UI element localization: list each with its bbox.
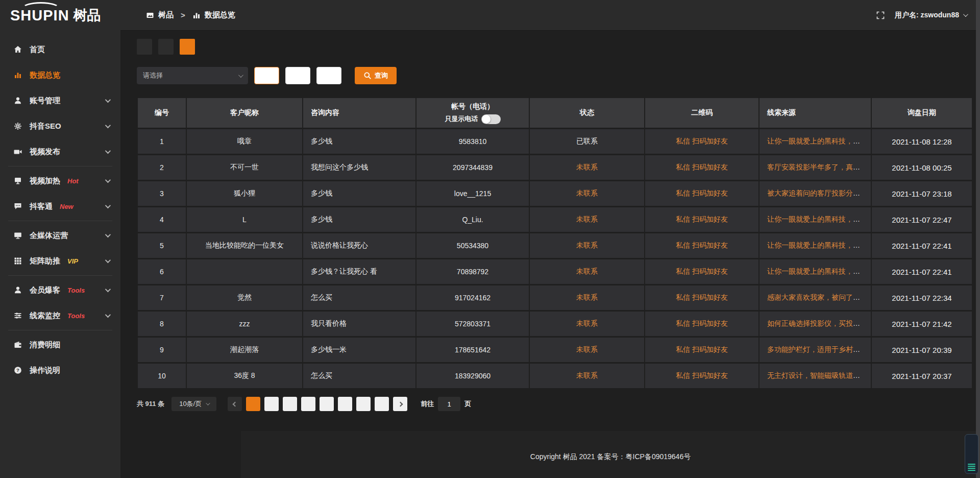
prev-page-button[interactable] <box>228 397 242 411</box>
status-badge: 未联系 <box>576 215 598 223</box>
page-button[interactable] <box>283 397 297 411</box>
sidebar-item[interactable]: 数据总览 <box>0 62 120 88</box>
page-button[interactable] <box>246 397 260 411</box>
source-link[interactable]: 感谢大家喜欢我家，被问了好... <box>767 293 866 301</box>
account-select[interactable]: 请选择 <box>137 67 248 84</box>
source-link[interactable]: 让你一眼就爱上的黑科技，能... <box>767 267 866 275</box>
chevron-down-icon <box>105 123 111 128</box>
page-button[interactable] <box>338 397 352 411</box>
source-link[interactable]: 如何正确选择投影仪，买投影... <box>767 319 866 327</box>
status-badge: 未联系 <box>576 293 598 301</box>
qrcode-link[interactable]: 私信 扫码加好友 <box>676 293 728 301</box>
cell-qrcode: 私信 扫码加好友 <box>645 207 758 232</box>
cell-status: 未联系 <box>530 259 644 284</box>
sidebar-item[interactable]: 线索监控 Tools <box>0 303 120 328</box>
source-link[interactable]: 无主灯设计，智能磁吸轨道灯... <box>767 371 866 379</box>
goto-page-input[interactable] <box>438 397 460 411</box>
search-button[interactable]: 查询 <box>355 67 397 84</box>
sidebar-item[interactable]: 消费明细 <box>0 332 120 357</box>
sidebar-item-label: 数据总览 <box>30 70 60 80</box>
phone-only-toggle[interactable] <box>481 114 501 124</box>
cell-no: 10 <box>138 364 186 388</box>
cell-nickname: 不可一世 <box>187 155 302 180</box>
page-button[interactable] <box>375 397 389 411</box>
period-button[interactable] <box>254 67 279 84</box>
data-tab[interactable] <box>180 39 195 55</box>
fullscreen-icon[interactable] <box>876 11 885 19</box>
period-button[interactable] <box>285 67 310 84</box>
cell-nickname <box>187 259 302 284</box>
cell-qrcode: 私信 扫码加好友 <box>645 364 758 388</box>
data-tab[interactable] <box>158 39 174 55</box>
col-header-nickname: 客户昵称 <box>187 98 302 128</box>
username-label: 用户名: zswodun88 <box>895 11 959 20</box>
source-link[interactable]: 让你一眼就爱上的黑科技，能... <box>767 241 866 249</box>
cell-status: 未联系 <box>530 155 644 180</box>
breadcrumb-item-home[interactable]: 树品 <box>158 10 174 20</box>
cell-no: 9 <box>138 338 186 362</box>
qrcode-link[interactable]: 私信 扫码加好友 <box>676 215 728 223</box>
sidebar-item-label: 消费明细 <box>30 340 60 350</box>
sidebar-item[interactable]: 抖客通 New <box>0 194 120 219</box>
chevron-down-icon <box>105 312 111 318</box>
sidebar-item[interactable]: 全媒体运营 <box>0 223 120 248</box>
cell-content: 多少钱 <box>303 207 415 232</box>
source-link[interactable]: 让你一眼就爱上的黑科技，能... <box>767 137 866 145</box>
user-menu[interactable]: 用户名: zswodun88 <box>895 11 967 20</box>
cell-date: 2021-11-07 20:37 <box>872 364 972 388</box>
table-row: 8 zzz 我只看价格 572803371 未联系 私信 扫码加好友 如何正确选… <box>138 312 972 336</box>
search-icon <box>363 71 372 80</box>
sliders-icon <box>13 311 22 320</box>
page-button[interactable] <box>320 397 334 411</box>
qrcode-link[interactable]: 私信 扫码加好友 <box>676 267 728 275</box>
page-size-select[interactable]: 10条/页 <box>172 397 216 411</box>
cell-qrcode: 私信 扫码加好友 <box>645 181 758 206</box>
select-placeholder: 请选择 <box>143 71 163 80</box>
page-button[interactable] <box>301 397 315 411</box>
page-button[interactable] <box>264 397 279 411</box>
cell-nickname: L <box>187 207 302 232</box>
qrcode-link[interactable]: 私信 扫码加好友 <box>676 371 728 379</box>
period-button[interactable] <box>316 67 341 84</box>
page-button[interactable] <box>356 397 371 411</box>
qrcode-link[interactable]: 私信 扫码加好友 <box>676 137 728 145</box>
source-link[interactable]: 让你一眼就爱上的黑科技，能... <box>767 215 866 223</box>
qrcode-link[interactable]: 私信 扫码加好友 <box>676 241 728 249</box>
sidebar-item-label: 会员爆客 <box>30 285 60 295</box>
source-link[interactable]: 多功能护栏灯，适用于乡村文... <box>767 345 866 353</box>
sidebar-item[interactable]: 会员爆客 Tools <box>0 277 120 303</box>
cell-nickname: 当地比较能吃的一位美女 <box>187 233 302 258</box>
qrcode-link[interactable]: 私信 扫码加好友 <box>676 345 728 353</box>
table-header-row: 编号 客户昵称 咨询内容 帐号（电话） 只显示电话 状态 二维码 <box>138 98 972 128</box>
col-header-status: 状态 <box>530 98 644 128</box>
sidebar-item[interactable]: 抖音SEO <box>0 113 120 139</box>
chevron-down-icon <box>105 286 111 292</box>
main-area: 树品 > 数据总览 用户名: zswodun88 请选择 <box>120 0 980 478</box>
qrcode-link[interactable]: 私信 扫码加好友 <box>676 163 728 171</box>
source-link[interactable]: 被大家追着问的客厅投影分享... <box>767 189 866 197</box>
sidebar-item[interactable]: 矩阵助推 VIP <box>0 248 120 274</box>
inquiry-table: 编号 客户昵称 咨询内容 帐号（电话） 只显示电话 状态 二维码 <box>137 97 973 390</box>
data-tab[interactable] <box>137 39 152 55</box>
scrollbar[interactable] <box>976 0 980 478</box>
chevron-right-icon <box>398 401 403 407</box>
qrcode-link[interactable]: 私信 扫码加好友 <box>676 189 728 197</box>
sidebar-item[interactable]: ? 操作说明 <box>0 357 120 383</box>
sidebar-item[interactable]: 账号管理 <box>0 88 120 113</box>
video-icon <box>13 147 22 156</box>
sidebar-item[interactable]: 首页 <box>0 37 120 62</box>
next-page-button[interactable] <box>393 397 407 411</box>
cell-nickname: 36度 8 <box>187 364 302 388</box>
cell-nickname: 哦章 <box>187 129 302 154</box>
chart-icon <box>192 11 201 19</box>
sidebar-item[interactable]: 视频加热 Hot <box>0 168 120 194</box>
cell-qrcode: 私信 扫码加好友 <box>645 338 758 362</box>
breadcrumb-item-current: 数据总览 <box>205 10 235 20</box>
cell-account: 50534380 <box>416 233 529 258</box>
qrcode-link[interactable]: 私信 扫码加好友 <box>676 319 728 327</box>
status-badge: 未联系 <box>576 319 598 327</box>
source-link[interactable]: 客厅安装投影半年多了，真实... <box>767 163 866 171</box>
menu-divider <box>8 330 112 330</box>
browser-extension-widget[interactable] <box>965 434 978 474</box>
sidebar-item[interactable]: 视频发布 <box>0 139 120 164</box>
